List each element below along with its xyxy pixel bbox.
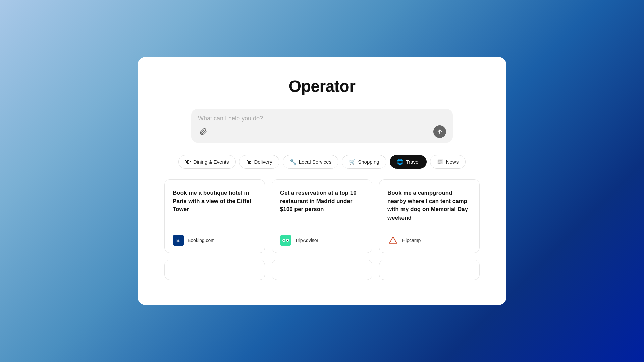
local-icon: 🔧 bbox=[290, 159, 297, 165]
app-title: Operator bbox=[289, 77, 356, 96]
card-text: Book me a boutique hotel in Paris with a… bbox=[173, 189, 257, 227]
service-name: Hipcamp bbox=[402, 238, 421, 243]
travel-icon: 🌐 bbox=[397, 159, 404, 165]
delivery-icon: 🛍 bbox=[246, 159, 252, 165]
service-name: Booking.com bbox=[187, 238, 215, 243]
card-footer: Hipcamp bbox=[387, 235, 471, 246]
tab-news[interactable]: 📰News bbox=[430, 155, 466, 169]
card-text: Get a reservation at a top 10 restaurant… bbox=[280, 189, 364, 227]
tab-travel[interactable]: 🌐Travel bbox=[390, 155, 427, 169]
svg-point-5 bbox=[283, 240, 284, 241]
tab-delivery[interactable]: 🛍Delivery bbox=[239, 155, 279, 169]
suggestion-card-0[interactable]: Book me a boutique hotel in Paris with a… bbox=[164, 179, 265, 253]
shopping-label: Shopping bbox=[358, 159, 379, 165]
news-label: News bbox=[446, 159, 459, 165]
search-input[interactable] bbox=[198, 115, 446, 122]
booking-logo: B. bbox=[173, 235, 184, 246]
tripadvisor-logo bbox=[280, 235, 291, 246]
card-footer: B.Booking.com bbox=[173, 235, 257, 246]
svg-marker-7 bbox=[389, 237, 397, 243]
main-panel: Operator 🍽Dining & Events🛍Delivery🔧Local… bbox=[138, 57, 506, 305]
attach-icon[interactable] bbox=[198, 126, 209, 137]
delivery-label: Delivery bbox=[254, 159, 272, 165]
suggestion-card-1[interactable]: Get a reservation at a top 10 restaurant… bbox=[272, 179, 372, 253]
service-name: TripAdvisor bbox=[295, 238, 318, 243]
dining-icon: 🍽 bbox=[185, 159, 191, 165]
partial-card-0 bbox=[164, 260, 265, 280]
partial-card-1 bbox=[272, 260, 372, 280]
search-box bbox=[191, 109, 453, 143]
svg-point-6 bbox=[287, 240, 288, 241]
news-icon: 📰 bbox=[437, 159, 444, 165]
suggestion-card-2[interactable]: Book me a campground nearby where I can … bbox=[379, 179, 480, 253]
tab-dining[interactable]: 🍽Dining & Events bbox=[178, 155, 236, 169]
card-footer: TripAdvisor bbox=[280, 235, 364, 246]
shopping-icon: 🛒 bbox=[349, 159, 356, 165]
tab-shopping[interactable]: 🛒Shopping bbox=[342, 155, 386, 169]
search-bottom-row bbox=[198, 125, 446, 138]
hipcamp-logo bbox=[387, 235, 399, 246]
category-tabs: 🍽Dining & Events🛍Delivery🔧Local Services… bbox=[178, 155, 466, 169]
local-label: Local Services bbox=[299, 159, 332, 165]
card-text: Book me a campground nearby where I can … bbox=[387, 189, 471, 227]
tab-local[interactable]: 🔧Local Services bbox=[283, 155, 339, 169]
cards-grid: Book me a boutique hotel in Paris with a… bbox=[164, 179, 480, 280]
send-button[interactable] bbox=[433, 125, 446, 138]
dining-label: Dining & Events bbox=[193, 159, 229, 165]
partial-card-2 bbox=[379, 260, 480, 280]
travel-label: Travel bbox=[406, 159, 420, 165]
